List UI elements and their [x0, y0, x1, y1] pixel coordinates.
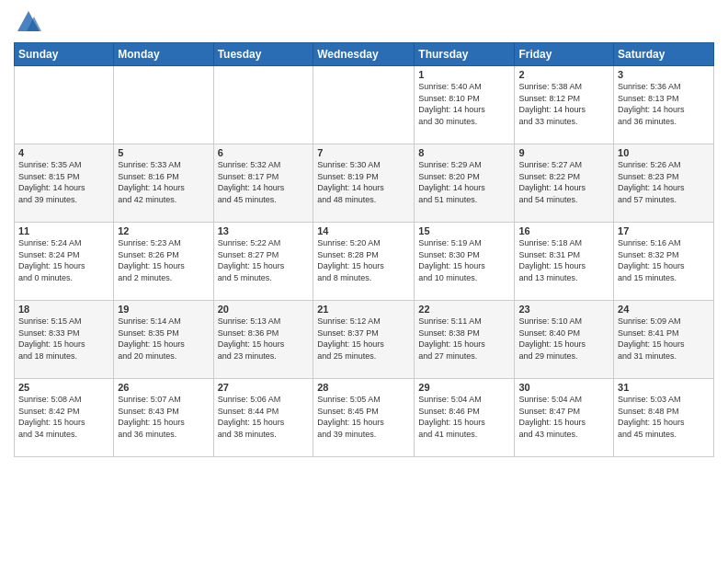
day-info: Sunrise: 5:08 AM Sunset: 8:42 PM Dayligh…	[18, 394, 109, 440]
day-number: 22	[418, 304, 510, 315]
day-info: Sunrise: 5:38 AM Sunset: 8:12 PM Dayligh…	[518, 81, 609, 127]
day-info: Sunrise: 5:09 AM Sunset: 8:41 PM Dayligh…	[618, 316, 710, 362]
calendar-cell: 2Sunrise: 5:38 AM Sunset: 8:12 PM Daylig…	[515, 66, 614, 144]
day-info: Sunrise: 5:26 AM Sunset: 8:23 PM Dayligh…	[618, 159, 710, 205]
day-number: 20	[218, 304, 310, 315]
calendar-cell: 28Sunrise: 5:05 AM Sunset: 8:45 PM Dayli…	[313, 379, 415, 457]
calendar-week-row: 1Sunrise: 5:40 AM Sunset: 8:10 PM Daylig…	[15, 66, 714, 144]
day-number: 18	[18, 304, 109, 315]
calendar-cell: 13Sunrise: 5:22 AM Sunset: 8:27 PM Dayli…	[213, 223, 313, 301]
calendar-header-row: SundayMondayTuesdayWednesdayThursdayFrid…	[15, 43, 714, 66]
calendar-cell: 12Sunrise: 5:23 AM Sunset: 8:26 PM Dayli…	[114, 223, 213, 301]
calendar-dow-monday: Monday	[114, 43, 213, 66]
calendar-dow-friday: Friday	[515, 43, 614, 66]
calendar-cell: 11Sunrise: 5:24 AM Sunset: 8:24 PM Dayli…	[15, 223, 114, 301]
header	[14, 9, 714, 35]
calendar-week-row: 4Sunrise: 5:35 AM Sunset: 8:15 PM Daylig…	[15, 144, 714, 223]
day-info: Sunrise: 5:23 AM Sunset: 8:26 PM Dayligh…	[118, 237, 209, 283]
day-number: 4	[18, 147, 109, 158]
calendar-cell: 31Sunrise: 5:03 AM Sunset: 8:48 PM Dayli…	[614, 379, 714, 457]
day-info: Sunrise: 5:10 AM Sunset: 8:40 PM Dayligh…	[518, 316, 609, 362]
calendar-cell: 24Sunrise: 5:09 AM Sunset: 8:41 PM Dayli…	[614, 301, 714, 379]
page: SundayMondayTuesdayWednesdayThursdayFrid…	[0, 0, 728, 563]
calendar-week-row: 25Sunrise: 5:08 AM Sunset: 8:42 PM Dayli…	[15, 379, 714, 457]
day-number: 3	[618, 69, 710, 80]
calendar-cell: 14Sunrise: 5:20 AM Sunset: 8:28 PM Dayli…	[313, 223, 415, 301]
calendar-cell: 5Sunrise: 5:33 AM Sunset: 8:16 PM Daylig…	[114, 144, 213, 223]
day-info: Sunrise: 5:24 AM Sunset: 8:24 PM Dayligh…	[18, 237, 109, 283]
calendar-cell	[114, 66, 213, 144]
day-info: Sunrise: 5:15 AM Sunset: 8:33 PM Dayligh…	[18, 316, 109, 362]
calendar-cell: 10Sunrise: 5:26 AM Sunset: 8:23 PM Dayli…	[614, 144, 714, 223]
day-info: Sunrise: 5:22 AM Sunset: 8:27 PM Dayligh…	[218, 237, 310, 283]
calendar-dow-tuesday: Tuesday	[213, 43, 313, 66]
day-info: Sunrise: 5:11 AM Sunset: 8:38 PM Dayligh…	[418, 316, 510, 362]
day-number: 7	[317, 147, 410, 158]
day-info: Sunrise: 5:36 AM Sunset: 8:13 PM Dayligh…	[618, 81, 710, 127]
day-info: Sunrise: 5:40 AM Sunset: 8:10 PM Dayligh…	[418, 81, 510, 127]
calendar-cell: 16Sunrise: 5:18 AM Sunset: 8:31 PM Dayli…	[515, 223, 614, 301]
calendar-cell	[313, 66, 415, 144]
day-info: Sunrise: 5:16 AM Sunset: 8:32 PM Dayligh…	[618, 237, 710, 283]
calendar-dow-thursday: Thursday	[415, 43, 515, 66]
day-number: 30	[518, 382, 609, 393]
day-number: 17	[618, 225, 710, 236]
logo	[14, 9, 41, 35]
day-number: 21	[317, 304, 410, 315]
calendar-cell: 30Sunrise: 5:04 AM Sunset: 8:47 PM Dayli…	[515, 379, 614, 457]
calendar-cell: 20Sunrise: 5:13 AM Sunset: 8:36 PM Dayli…	[213, 301, 313, 379]
day-number: 31	[618, 382, 710, 393]
day-number: 11	[18, 225, 109, 236]
calendar-table: SundayMondayTuesdayWednesdayThursdayFrid…	[14, 42, 714, 457]
day-info: Sunrise: 5:35 AM Sunset: 8:15 PM Dayligh…	[18, 159, 109, 205]
day-number: 10	[618, 147, 710, 158]
calendar-cell: 9Sunrise: 5:27 AM Sunset: 8:22 PM Daylig…	[515, 144, 614, 223]
calendar-cell: 8Sunrise: 5:29 AM Sunset: 8:20 PM Daylig…	[415, 144, 515, 223]
day-number: 27	[218, 382, 310, 393]
day-info: Sunrise: 5:32 AM Sunset: 8:17 PM Dayligh…	[218, 159, 310, 205]
day-info: Sunrise: 5:14 AM Sunset: 8:35 PM Dayligh…	[118, 316, 209, 362]
day-number: 8	[418, 147, 510, 158]
day-info: Sunrise: 5:18 AM Sunset: 8:31 PM Dayligh…	[518, 237, 609, 283]
calendar-cell: 1Sunrise: 5:40 AM Sunset: 8:10 PM Daylig…	[415, 66, 515, 144]
logo-icon	[16, 9, 41, 35]
day-number: 5	[118, 147, 209, 158]
day-info: Sunrise: 5:12 AM Sunset: 8:37 PM Dayligh…	[317, 316, 410, 362]
calendar-cell	[15, 66, 114, 144]
calendar-cell: 17Sunrise: 5:16 AM Sunset: 8:32 PM Dayli…	[614, 223, 714, 301]
calendar-week-row: 11Sunrise: 5:24 AM Sunset: 8:24 PM Dayli…	[15, 223, 714, 301]
day-info: Sunrise: 5:27 AM Sunset: 8:22 PM Dayligh…	[518, 159, 609, 205]
calendar-cell: 3Sunrise: 5:36 AM Sunset: 8:13 PM Daylig…	[614, 66, 714, 144]
calendar-cell: 21Sunrise: 5:12 AM Sunset: 8:37 PM Dayli…	[313, 301, 415, 379]
day-info: Sunrise: 5:06 AM Sunset: 8:44 PM Dayligh…	[218, 394, 310, 440]
calendar-cell: 7Sunrise: 5:30 AM Sunset: 8:19 PM Daylig…	[313, 144, 415, 223]
calendar-cell: 22Sunrise: 5:11 AM Sunset: 8:38 PM Dayli…	[415, 301, 515, 379]
day-info: Sunrise: 5:05 AM Sunset: 8:45 PM Dayligh…	[317, 394, 410, 440]
calendar-cell: 29Sunrise: 5:04 AM Sunset: 8:46 PM Dayli…	[415, 379, 515, 457]
day-number: 14	[317, 225, 410, 236]
day-number: 6	[218, 147, 310, 158]
calendar-cell: 4Sunrise: 5:35 AM Sunset: 8:15 PM Daylig…	[15, 144, 114, 223]
calendar-cell: 25Sunrise: 5:08 AM Sunset: 8:42 PM Dayli…	[15, 379, 114, 457]
calendar-dow-wednesday: Wednesday	[313, 43, 415, 66]
day-number: 1	[418, 69, 510, 80]
day-info: Sunrise: 5:30 AM Sunset: 8:19 PM Dayligh…	[317, 159, 410, 205]
day-number: 12	[118, 225, 209, 236]
day-number: 24	[618, 304, 710, 315]
day-number: 26	[118, 382, 209, 393]
day-info: Sunrise: 5:29 AM Sunset: 8:20 PM Dayligh…	[418, 159, 510, 205]
calendar-cell: 18Sunrise: 5:15 AM Sunset: 8:33 PM Dayli…	[15, 301, 114, 379]
day-info: Sunrise: 5:04 AM Sunset: 8:47 PM Dayligh…	[518, 394, 609, 440]
day-info: Sunrise: 5:33 AM Sunset: 8:16 PM Dayligh…	[118, 159, 209, 205]
day-number: 15	[418, 225, 510, 236]
calendar-week-row: 18Sunrise: 5:15 AM Sunset: 8:33 PM Dayli…	[15, 301, 714, 379]
day-number: 19	[118, 304, 209, 315]
calendar-dow-saturday: Saturday	[614, 43, 714, 66]
day-number: 25	[18, 382, 109, 393]
day-number: 28	[317, 382, 410, 393]
day-info: Sunrise: 5:03 AM Sunset: 8:48 PM Dayligh…	[618, 394, 710, 440]
day-info: Sunrise: 5:04 AM Sunset: 8:46 PM Dayligh…	[418, 394, 510, 440]
day-number: 13	[218, 225, 310, 236]
calendar-cell: 15Sunrise: 5:19 AM Sunset: 8:30 PM Dayli…	[415, 223, 515, 301]
day-number: 29	[418, 382, 510, 393]
